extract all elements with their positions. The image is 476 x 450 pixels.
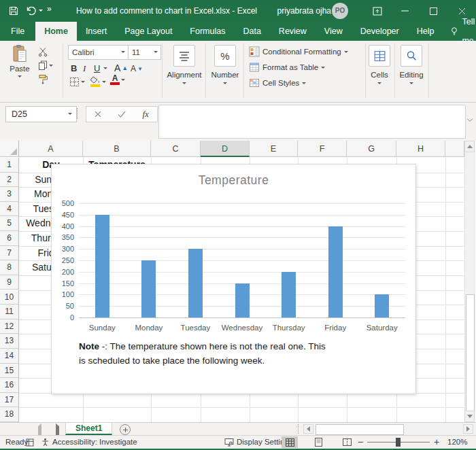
format-as-table-icon (249, 62, 260, 73)
row-header-10[interactable]: 10 (0, 290, 19, 305)
fill-color-icon[interactable] (90, 76, 106, 87)
expand-formula-bar-icon[interactable] (466, 118, 473, 122)
hscroll-left-icon[interactable] (303, 424, 313, 434)
zoom-level[interactable]: 120% (447, 436, 467, 449)
scroll-down-icon[interactable] (464, 411, 475, 422)
ribbon-tab-file[interactable]: File (0, 22, 35, 41)
cancel-icon[interactable] (95, 111, 101, 118)
italic-button[interactable]: I (83, 63, 86, 74)
undo-dropdown-icon[interactable] (39, 10, 43, 12)
accessibility-icon[interactable] (41, 438, 50, 450)
format-as-table-button[interactable]: Format as Table (249, 62, 325, 73)
view-page-break-icon[interactable] (339, 436, 355, 448)
row-header-8[interactable]: 8 (0, 260, 19, 275)
ribbon-tab-page-layout[interactable]: Page Layout (116, 22, 181, 41)
hscroll-right-icon[interactable] (463, 424, 473, 434)
tell-me[interactable]: Tell me (443, 22, 476, 41)
column-header-e[interactable]: E (250, 141, 298, 157)
row-header-15[interactable]: 15 (0, 364, 19, 379)
row-header-6[interactable]: 6 (0, 231, 19, 246)
insert-function-icon[interactable]: fx (143, 109, 149, 120)
zoom-out-icon[interactable]: − (358, 436, 363, 449)
row-header-4[interactable]: 4 (0, 202, 19, 217)
conditional-formatting-button[interactable]: Conditional Formatting (249, 46, 348, 57)
column-header-d[interactable]: D (201, 141, 250, 157)
font-name-combo[interactable]: Calibri (68, 45, 129, 60)
ribbon-tab-view[interactable]: View (316, 22, 352, 41)
sheet-prev-icon[interactable] (38, 426, 41, 436)
row-header-17[interactable]: 17 (0, 393, 19, 408)
column-header-f[interactable]: F (298, 141, 347, 157)
cut-icon[interactable] (38, 47, 48, 56)
accessibility-status[interactable]: Accessibility: Investigate (52, 436, 137, 449)
sheet-next-icon[interactable] (56, 426, 59, 436)
font-size-combo[interactable]: 11 (128, 45, 161, 60)
name-box[interactable]: D25 (5, 106, 77, 122)
column-header-g[interactable]: G (347, 141, 396, 157)
row-header-2[interactable]: 2 (0, 173, 19, 188)
formula-input[interactable] (158, 105, 466, 139)
column-header-h[interactable]: H (396, 141, 445, 157)
ribbon-tab-review[interactable]: Review (270, 22, 316, 41)
row-header-11[interactable]: 11 (0, 305, 19, 319)
ribbon-tab-data[interactable]: Data (234, 22, 269, 41)
vertical-scrollbar-thumb[interactable] (466, 294, 475, 422)
display-settings-icon[interactable] (224, 438, 234, 450)
column-header-partial[interactable] (445, 141, 464, 157)
editing-group-button[interactable]: Editing (396, 45, 426, 84)
row-header-14[interactable]: 14 (0, 349, 19, 364)
formula-bar: D25 fx (0, 103, 476, 141)
bold-button[interactable]: B (71, 63, 77, 73)
y-axis-tick-label: 100 (52, 290, 74, 298)
qat-more-icon[interactable]: » (47, 4, 52, 14)
column-header-a[interactable]: A (19, 141, 83, 157)
underline-dropdown-icon[interactable] (103, 67, 107, 69)
row-header-13[interactable]: 13 (0, 334, 19, 349)
enter-check-icon[interactable] (118, 111, 126, 118)
ribbon-tab-help[interactable]: Help (408, 22, 443, 41)
ribbon-display-options-icon[interactable] (364, 0, 390, 22)
shrink-font-button[interactable]: A▼ (131, 64, 143, 73)
minimize-button[interactable] (392, 0, 418, 22)
undo-icon[interactable] (25, 5, 37, 16)
avatar[interactable]: PO (332, 3, 348, 19)
column-header-c[interactable]: C (151, 141, 201, 157)
row-header-16[interactable]: 16 (0, 378, 19, 393)
number-group-button[interactable]: % Number (208, 45, 242, 84)
grow-font-button[interactable]: A▲ (114, 63, 128, 73)
row-header-9[interactable]: 9 (0, 275, 19, 290)
row-header-3[interactable]: 3 (0, 187, 19, 202)
zoom-slider-thumb[interactable] (396, 438, 401, 447)
format-painter-icon[interactable] (38, 74, 48, 84)
row-header-1[interactable]: 1 (0, 158, 19, 173)
row-header-18[interactable]: 18 (0, 407, 19, 422)
cells-group-button[interactable]: Cells (367, 45, 392, 84)
sheet-tab-sheet1[interactable]: Sheet1 (65, 423, 112, 435)
alignment-group-button[interactable]: Alignment (166, 45, 203, 84)
row-header-5[interactable]: 5 (0, 216, 19, 231)
macro-record-icon[interactable] (26, 438, 34, 450)
cell-styles-button[interactable]: Cell Styles (249, 77, 306, 88)
borders-icon[interactable] (69, 77, 85, 87)
horizontal-scrollbar-thumb[interactable] (316, 424, 404, 435)
scroll-up-icon[interactable] (464, 141, 475, 152)
font-color-icon[interactable]: A (110, 75, 125, 85)
underline-button[interactable]: U (94, 63, 100, 73)
maximize-button[interactable] (420, 0, 446, 22)
paste-button[interactable]: Paste (5, 44, 34, 77)
zoom-in-icon[interactable]: + (434, 436, 439, 449)
view-normal-icon[interactable] (282, 436, 298, 448)
column-header-b[interactable]: B (83, 141, 151, 157)
view-page-layout-icon[interactable] (310, 436, 326, 448)
select-all-corner[interactable] (0, 141, 19, 157)
ribbon-tab-developer[interactable]: Developer (352, 22, 408, 41)
new-sheet-icon[interactable] (120, 424, 131, 435)
copy-icon[interactable] (38, 60, 53, 70)
chart[interactable]: Temperature 5004504003503002502001501005… (51, 164, 416, 394)
row-header-12[interactable]: 12 (0, 319, 19, 334)
save-icon[interactable] (9, 6, 18, 16)
ribbon-tab-formulas[interactable]: Formulas (181, 22, 234, 41)
ribbon-tab-home[interactable]: Home (35, 22, 77, 41)
ribbon-tab-insert[interactable]: Insert (77, 22, 116, 41)
row-header-7[interactable]: 7 (0, 246, 19, 261)
